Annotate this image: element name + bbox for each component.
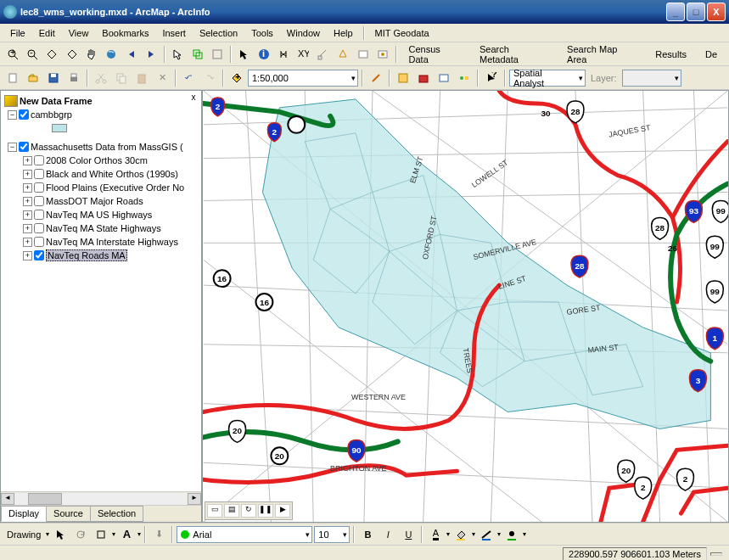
- tab-source[interactable]: Source: [46, 506, 91, 522]
- full-extent-icon[interactable]: [103, 45, 121, 64]
- maximize-button[interactable]: □: [687, 3, 705, 21]
- measure-icon[interactable]: [314, 45, 332, 64]
- scroll-right-icon[interactable]: ►: [188, 493, 201, 505]
- census-data-link[interactable]: Census Data: [401, 42, 470, 66]
- menu-bookmarks[interactable]: Bookmarks: [95, 26, 155, 40]
- undo-icon[interactable]: [180, 69, 199, 87]
- scroll-left-icon[interactable]: ◄: [1, 493, 14, 505]
- layer-row[interactable]: + Black and White Orthos (1990s): [1, 167, 201, 181]
- menu-insert[interactable]: Insert: [155, 26, 193, 40]
- whats-this-icon[interactable]: ?: [482, 69, 501, 87]
- results-link[interactable]: Results: [647, 48, 695, 61]
- bold-icon[interactable]: B: [358, 525, 377, 544]
- fill-color-icon[interactable]: [451, 525, 470, 544]
- play-button[interactable]: ▶: [275, 504, 290, 518]
- layer-checkbox[interactable]: [34, 250, 44, 260]
- layer-checkbox[interactable]: [19, 109, 29, 120]
- command-line-icon[interactable]: [435, 69, 453, 87]
- back-icon[interactable]: [122, 45, 140, 64]
- expand-icon[interactable]: +: [23, 251, 32, 260]
- layer-checkbox[interactable]: [34, 237, 44, 247]
- map-scale-dropdown[interactable]: 1:50,000: [248, 70, 358, 87]
- arctoolbox-icon[interactable]: [414, 69, 433, 87]
- layer-checkbox[interactable]: [34, 223, 44, 233]
- layer-checkbox[interactable]: [34, 182, 44, 193]
- text-icon[interactable]: A: [117, 525, 136, 544]
- layer-checkbox[interactable]: [34, 155, 44, 165]
- tab-selection[interactable]: Selection: [90, 506, 143, 522]
- delete-icon[interactable]: ✕: [153, 69, 171, 87]
- toc-close-button[interactable]: x: [188, 92, 199, 104]
- collapse-icon[interactable]: −: [8, 110, 17, 120]
- select-elements-icon[interactable]: [169, 45, 187, 64]
- copy-icon[interactable]: [112, 69, 131, 87]
- map-canvas[interactable]: JAQUES ST LOWELL ST SOMERVILLE AVE LINE …: [203, 91, 728, 522]
- layer-row[interactable]: + Flood Plains (Executive Order No: [1, 181, 201, 194]
- underline-icon[interactable]: U: [399, 525, 418, 544]
- time-slider-icon[interactable]: [373, 45, 391, 64]
- add-data-icon[interactable]: +: [227, 69, 246, 87]
- expand-icon[interactable]: +: [23, 170, 32, 179]
- map-view[interactable]: JAQUES ST LOWELL ST SOMERVILLE AVE LINE …: [202, 90, 729, 523]
- search-map-area-link[interactable]: Search Map Area: [558, 42, 645, 66]
- layer-row[interactable]: + NavTeq MA State Highways: [1, 221, 201, 235]
- html-popup-icon[interactable]: [354, 45, 372, 64]
- edit-vertices-icon[interactable]: ⬇: [149, 525, 168, 544]
- select-elements-icon[interactable]: [51, 525, 70, 544]
- menu-window[interactable]: Window: [280, 26, 327, 40]
- find-icon[interactable]: [274, 45, 292, 64]
- print-icon[interactable]: [64, 69, 83, 87]
- fixed-zoom-out-icon[interactable]: [63, 45, 81, 64]
- scroll-thumb[interactable]: [28, 493, 62, 505]
- layer-row[interactable]: + 2008 Color Orthos 30cm: [1, 154, 201, 167]
- tab-display[interactable]: Display: [1, 506, 47, 522]
- layer-row[interactable]: + MassDOT Major Roads: [1, 194, 201, 208]
- layer-row[interactable]: − cambbgrp: [1, 108, 201, 121]
- fixed-zoom-in-icon[interactable]: [43, 45, 61, 64]
- pause-button[interactable]: ❚❚: [258, 504, 273, 518]
- data-frame-row[interactable]: New Data Frame: [1, 94, 201, 108]
- font-size-dropdown[interactable]: 10: [314, 526, 350, 543]
- expand-icon[interactable]: +: [23, 183, 32, 193]
- refresh-button[interactable]: ↻: [241, 504, 256, 518]
- expand-icon[interactable]: +: [23, 197, 32, 206]
- layer-row-selected[interactable]: + NavTeq Roads MA: [1, 249, 201, 262]
- expand-icon[interactable]: +: [23, 210, 32, 220]
- paste-icon[interactable]: [132, 69, 151, 87]
- editor-icon[interactable]: [367, 69, 385, 87]
- zoom-in-icon[interactable]: +: [3, 45, 21, 64]
- new-icon[interactable]: [3, 69, 22, 87]
- identify-icon[interactable]: i: [255, 45, 272, 64]
- minimize-button[interactable]: _: [666, 3, 685, 21]
- layer-checkbox[interactable]: [34, 196, 44, 206]
- go-to-xy-icon[interactable]: XY: [294, 45, 312, 64]
- menu-tools[interactable]: Tools: [244, 26, 280, 40]
- select-features-icon[interactable]: [188, 45, 206, 64]
- arccatalog-icon[interactable]: [394, 69, 412, 87]
- layout-view-button[interactable]: ▤: [224, 504, 239, 518]
- search-metadata-link[interactable]: Search Metadata: [471, 42, 557, 66]
- menu-help[interactable]: Help: [327, 26, 360, 40]
- pan-icon[interactable]: [82, 45, 100, 64]
- symbology-swatch[interactable]: [52, 124, 67, 132]
- layer-checkbox[interactable]: [34, 210, 44, 220]
- shape-icon[interactable]: [92, 525, 110, 544]
- italic-icon[interactable]: I: [379, 525, 397, 544]
- clear-selection-icon[interactable]: [208, 45, 226, 64]
- hyperlink-icon[interactable]: [334, 45, 352, 64]
- redo-icon[interactable]: [200, 69, 219, 87]
- model-builder-icon[interactable]: [455, 69, 474, 87]
- menu-selection[interactable]: Selection: [193, 26, 244, 40]
- spatial-analyst-dropdown[interactable]: Spatial Analyst: [509, 70, 586, 87]
- expand-icon[interactable]: +: [23, 156, 32, 165]
- save-icon[interactable]: [44, 69, 63, 87]
- toc-scrollbar[interactable]: ◄ ►: [1, 491, 201, 505]
- open-icon[interactable]: [24, 69, 42, 87]
- expand-icon[interactable]: +: [23, 238, 32, 247]
- group-layer-row[interactable]: − Massachusetts Data from MassGIS (: [1, 140, 201, 154]
- scroll-track[interactable]: [15, 493, 187, 505]
- cut-icon[interactable]: [92, 69, 110, 87]
- select-arrow-icon[interactable]: [235, 45, 253, 64]
- layer-dropdown[interactable]: [622, 70, 681, 87]
- layer-row[interactable]: + NavTeq MA Interstate Highways: [1, 235, 201, 249]
